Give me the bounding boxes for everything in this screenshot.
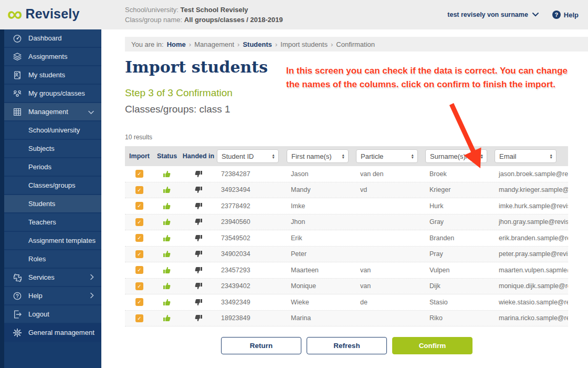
cell-surname: Krieger — [425, 186, 495, 193]
thumb-up-icon[interactable] — [163, 202, 171, 210]
infinity-logo-icon: ∞ — [7, 3, 23, 24]
help-button[interactable]: ? Help — [552, 11, 579, 19]
sidebar-item-help[interactable]: Help — [4, 287, 101, 305]
chevron-down-icon — [88, 108, 94, 116]
import-checkbox[interactable]: ✓ — [135, 170, 143, 178]
thumb-down-icon[interactable] — [194, 202, 203, 210]
cell-first-name: Marina — [287, 314, 356, 322]
thumb-up-icon[interactable] — [163, 314, 171, 322]
import-checkbox[interactable]: ✓ — [135, 282, 143, 290]
results-count: 10 results — [125, 134, 152, 141]
cell-student-id: 23940560 — [217, 218, 287, 226]
cell-first-name: Imke — [287, 202, 356, 210]
thumb-up-icon[interactable] — [163, 298, 171, 306]
column-select-particle[interactable]: Particle ▲▼ — [356, 149, 418, 163]
table-row: ✓ 33492349 Wieke de Stasio wieke.stasio.… — [125, 294, 568, 311]
sidebar-item-assignments[interactable]: Assignments — [4, 48, 101, 66]
page-title: Import students — [125, 58, 268, 76]
table-row: ✓ 23940560 Jhon Gray jhon.gray.sample@re… — [125, 214, 568, 231]
table-row: ✓ 34902034 Peter Pray peter.pray.sample@… — [125, 247, 568, 263]
revisely-logo[interactable]: ∞ Revisely — [7, 3, 80, 24]
cell-first-name: Mandy — [287, 186, 356, 193]
import-checkbox[interactable]: ✓ — [135, 202, 143, 210]
table-row: ✓ 23778492 Imke Hurk imke.hurk.sample@re… — [125, 198, 568, 214]
confirm-button[interactable]: Confirm — [392, 337, 472, 354]
sidebar-item-logout[interactable]: Logout — [4, 305, 101, 324]
grid-icon — [13, 107, 22, 117]
cell-student-id: 73549502 — [217, 234, 287, 242]
chevron-down-icon — [532, 13, 539, 17]
breadcrumb-students[interactable]: Students — [243, 40, 272, 48]
breadcrumb-confirmation: Confirmation — [336, 40, 375, 48]
thumb-up-icon[interactable] — [163, 186, 171, 194]
cell-student-id: 33492349 — [217, 299, 287, 306]
school-value: Test School Revisely — [181, 6, 248, 14]
cell-email: maarten.vulpen.sapmle@revise.ly — [495, 267, 568, 274]
thumb-down-icon[interactable] — [194, 234, 203, 242]
cell-particle: van den — [356, 170, 425, 178]
cell-surname: Vulpen — [425, 267, 495, 274]
sidebar-item-classes-groups[interactable]: Classes/groups — [4, 177, 101, 195]
sidebar-item-assignment-templates[interactable]: Assignment templates — [4, 232, 101, 250]
id-card-icon — [13, 70, 22, 80]
classes-groups-line: Classes/groups: class 1 — [125, 104, 230, 115]
cell-surname: Riko — [425, 314, 495, 322]
cell-student-id: 23439402 — [217, 282, 287, 290]
thumb-down-icon[interactable] — [194, 218, 203, 226]
column-select-student-id[interactable]: Student ID ▲▼ — [217, 149, 279, 163]
thumb-down-icon[interactable] — [194, 170, 203, 178]
import-checkbox[interactable]: ✓ — [135, 186, 143, 194]
sidebar-item-school-university[interactable]: School/university — [4, 121, 101, 140]
column-select-email[interactable]: Email ▲▼ — [495, 149, 556, 163]
sidebar-item-management[interactable]: Management — [4, 103, 101, 121]
table-row: ✓ 23457293 Maarteen van Vulpen maarten.v… — [125, 262, 568, 279]
thumb-down-icon[interactable] — [194, 186, 203, 194]
thumb-up-icon[interactable] — [163, 170, 171, 178]
thumb-down-icon[interactable] — [194, 250, 203, 258]
sidebar-item-my-students[interactable]: My students — [4, 66, 101, 85]
thumb-up-icon[interactable] — [163, 234, 171, 242]
thumb-up-icon[interactable] — [163, 266, 171, 274]
column-select-surname[interactable]: Surname(s)/fami ▲▼ — [425, 149, 487, 163]
logo-text: Revisely — [26, 6, 80, 22]
select-arrows-icon: ▲▼ — [480, 154, 484, 159]
sidebar-item-general-management[interactable]: General management — [4, 324, 101, 342]
action-buttons: Return Refresh Confirm — [221, 337, 472, 354]
user-menu[interactable]: test revisely von surname — [447, 11, 539, 18]
import-checkbox[interactable]: ✓ — [135, 218, 143, 226]
column-select-first-name[interactable]: First name(s) ▲▼ — [287, 149, 349, 163]
cell-first-name: Maarteen — [287, 267, 356, 274]
import-checkbox[interactable]: ✓ — [135, 298, 143, 306]
table-body: ✓ 72384287 Jason van den Broek jason.bro… — [125, 166, 568, 326]
thumb-up-icon[interactable] — [163, 218, 171, 226]
sidebar-item-services[interactable]: Services — [4, 269, 101, 287]
refresh-button[interactable]: Refresh — [307, 337, 387, 354]
thumb-down-icon[interactable] — [194, 298, 203, 306]
breadcrumb-home[interactable]: Home — [167, 40, 186, 48]
cell-email: mandy.krieger.sample@revise.ly — [495, 186, 568, 193]
sidebar-item-students[interactable]: Students — [4, 195, 101, 213]
thumb-up-icon[interactable] — [163, 250, 171, 258]
sidebar-item-dashboard[interactable]: Dashboard — [4, 29, 101, 48]
sidebar-item-periods[interactable]: Periods — [4, 158, 101, 177]
thumb-up-icon[interactable] — [163, 282, 171, 290]
help-icon: ? — [552, 11, 561, 19]
import-checkbox[interactable]: ✓ — [135, 314, 143, 322]
header-import: Import — [125, 152, 154, 160]
cell-surname: Broek — [425, 170, 495, 178]
sidebar-item-teachers[interactable]: Teachers — [4, 213, 101, 232]
import-checkbox[interactable]: ✓ — [135, 250, 143, 258]
return-button[interactable]: Return — [221, 337, 301, 354]
sidebar-item-my-groups[interactable]: My groups/classes — [4, 85, 101, 103]
thumb-down-icon[interactable] — [194, 266, 203, 274]
thumb-down-icon[interactable] — [194, 282, 203, 290]
import-checkbox[interactable]: ✓ — [135, 266, 143, 274]
class-label: Class/group name: — [125, 16, 182, 24]
import-checkbox[interactable]: ✓ — [135, 234, 143, 242]
sidebar-item-roles[interactable]: Roles — [4, 250, 101, 269]
thumb-down-icon[interactable] — [194, 314, 203, 322]
cell-surname: Branden — [425, 234, 495, 242]
cell-first-name: Monique — [287, 282, 356, 290]
group-icon — [13, 89, 22, 98]
sidebar-item-subjects[interactable]: Subjects — [4, 140, 101, 158]
